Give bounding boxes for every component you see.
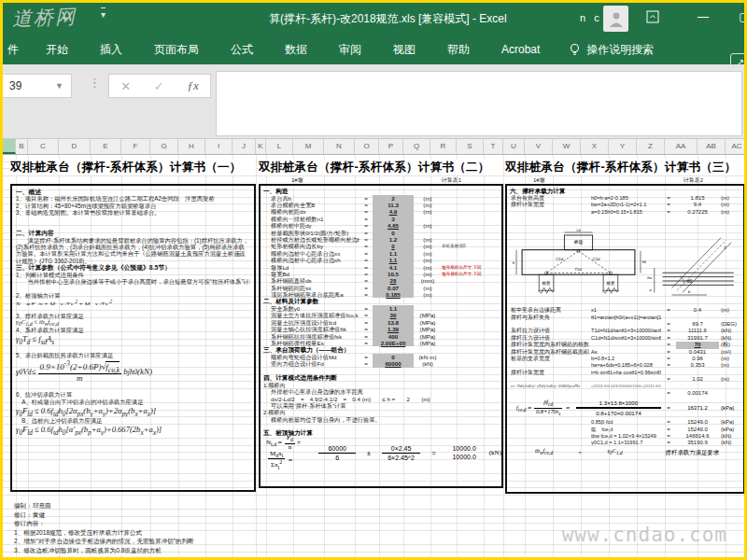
calc-line[interactable] — [16, 305, 250, 312]
column-header[interactable]: C — [28, 139, 59, 154]
column-header[interactable]: Q — [403, 139, 430, 154]
section-heading[interactable]: 三、承台顶荷载力（——组合） — [263, 346, 500, 354]
column-header[interactable]: Z — [637, 139, 665, 154]
column-header[interactable]: V — [525, 139, 553, 154]
calc-row[interactable]: 撑杆压力设计值C1d=N1d/sinθ1=3×10000/sin69.7°=31… — [507, 335, 743, 342]
calc-line[interactable]: 5、承台斜截面抗剪承载力计算应满足 — [16, 352, 250, 358]
insert-function-icon[interactable]: ƒx — [187, 78, 198, 93]
calc-line[interactable]: γ0Vd ≤ 0.9×10-3(2+0.6P)√fcu,km bjh0(kN) — [16, 359, 250, 385]
ribbon-tab-3[interactable]: 插入 — [84, 35, 138, 65]
row-value[interactable]: 0.0431 — [676, 349, 719, 356]
column-header[interactable]: P — [379, 139, 403, 154]
calc-row[interactable]: 取 fce,d=15249.0(kPa) — [507, 427, 743, 433]
user-initials[interactable]: n c — [580, 12, 602, 23]
column-header[interactable]: G — [150, 139, 178, 154]
param-row[interactable]: 横桥向桩中距dy=4.65(m) — [263, 222, 500, 229]
column-header[interactable]: N — [324, 139, 355, 154]
calc-line[interactable]: 6、抗冲切承载力计算 — [16, 391, 250, 398]
row-value[interactable]: 11111.6 — [676, 328, 719, 334]
param-row[interactable]: 顺桥向弯矩组合设计值Md=0(kN·m) — [263, 354, 500, 360]
calc-line[interactable]: 4、系杆承载力计算应满足 — [16, 327, 250, 333]
column-header[interactable]: B — [16, 139, 28, 154]
column-header[interactable] — [3, 139, 16, 154]
calc-line[interactable]: 3、基础构造见附图。本计算书按双排桩计算基础承台。 — [16, 209, 250, 216]
param-value[interactable]: 4.9 — [373, 208, 414, 215]
revision-note-line[interactable]: 4、根据2018规范，修改最小配筋率要求。 — [14, 555, 388, 560]
ribbon-tab-8[interactable]: 视图 — [377, 35, 431, 65]
column-header[interactable]: K — [256, 139, 266, 154]
column-header[interactable]: D — [59, 139, 91, 154]
column-header[interactable]: AC — [726, 139, 744, 154]
calc-table-label[interactable]: 计算表2 — [684, 176, 703, 184]
calc-line[interactable] — [16, 285, 250, 291]
column-header[interactable]: Y — [609, 139, 637, 154]
calc-line[interactable]: γ0Fld ≤ 0.6ftdh0[α′px(bp+ay)+0.667(2bx+a… — [16, 424, 250, 436]
row-value[interactable]: 69.7 — [676, 321, 719, 328]
param-value[interactable]: 3 — [373, 216, 414, 222]
param-value[interactable]: 1.1 — [373, 257, 414, 263]
calc-row[interactable]: 撑杆计算宽度内系杆钢筋截面积As=0.0431(m²) — [507, 349, 743, 356]
ribbon-tab-7[interactable]: 审阅 — [323, 35, 377, 65]
row-value[interactable]: 1.815 — [676, 195, 719, 202]
calc-row[interactable]: a=0.15h0=0.15×1.815=0.27225(m) — [507, 209, 743, 216]
param-row[interactable]: 混凝土立方体抗压强度标准值fcu,k=30(MPa) — [263, 312, 500, 318]
qat-customize-icon[interactable]: ▾ — [101, 7, 106, 21]
calc-line[interactable]: 2、桩顶轴力计算 — [16, 292, 250, 299]
calc-line[interactable]: 2、计算结构：45+80+45m连续梁预应力箱梁桥墩承台 — [16, 203, 250, 209]
calc-line[interactable]: 当外排桩中心至承台身边缘等于或小于承台高度时，承台短悬臂方可按“拉压杆体系”计算 — [16, 278, 250, 285]
formula-bar-separator[interactable]: ⋮ — [89, 76, 101, 90]
param-row[interactable]: 顶层系杆钢筋至承台底距离a=0.185(m) — [263, 291, 500, 298]
revision-note-line[interactable]: 1、根据2018规范，修改受压杆承载力计算公式 — [14, 528, 388, 538]
calc-line[interactable]: γ0Td ≤ fsdAs — [16, 333, 250, 345]
param-row[interactable]: 混凝土轴心抗拉强度标准值ftk=1.39(MPa) — [263, 326, 500, 332]
calc-line[interactable]: B、边桩向上冲切承载力应满足 — [16, 417, 250, 424]
column-header[interactable]: I — [205, 139, 233, 154]
revision-note-line[interactable]: 2、增加“对于承台边缘位于桩边缘内的情况，无需验算冲切”的判断 — [14, 537, 388, 546]
param-row[interactable]: 混凝土抗压强度设计值fcd=13.8(MPa) — [263, 319, 500, 326]
row-value[interactable]: 146614.6 — [676, 433, 719, 440]
calc-line[interactable]: A、柱或墩台向下冲切承台的冲切承载力应满足 — [16, 399, 250, 405]
column-header[interactable]: H — [178, 139, 205, 154]
row-value[interactable]: 0.353 — [676, 362, 719, 369]
calc-line[interactable] — [263, 423, 500, 429]
param-value[interactable]: 0.185 — [373, 291, 414, 298]
row-value[interactable]: 0.27225 — [676, 209, 719, 216]
param-value[interactable]: 2 — [373, 195, 414, 202]
calc-row[interactable]: 系杆拉力设计值T1d=N1d/tanθ1=3×10000/tan69.7°=11… — [507, 328, 743, 334]
column-header[interactable]: AA — [665, 139, 698, 154]
column-header[interactable]: O — [355, 139, 379, 154]
calc-row[interactable]: tbw·fce,d = 1.02×9.4×15249=146614.6(kN) — [507, 433, 743, 440]
row-value[interactable] — [676, 370, 719, 376]
sheet-title-1[interactable]: 双排桩承台（撑杆-系杆体系）计算书（一） — [10, 160, 256, 175]
param-value[interactable]: 0 — [373, 354, 414, 360]
calc-line[interactable]: 三、计算参数（公式中符号意义参见《公预规》8.5节） — [16, 264, 250, 271]
ribbon-tab-4[interactable]: 页面布局 — [138, 35, 215, 65]
calc-line[interactable] — [16, 345, 250, 352]
effective-strength-formula[interactable]: fce,d＝βfcd0.8+170εs＝ 1.3×13.8×1000 0.8+1… — [507, 397, 743, 419]
calc-row[interactable]: 撑杆计算宽度bw=2a+2D(n1-1)=2×1.1=9.4(m) — [507, 202, 743, 208]
avatar[interactable] — [603, 6, 628, 32]
param-row[interactable]: 墩厚Ld=4.1(m)墩身顺桥向尺寸,下同 — [263, 264, 500, 271]
param-row[interactable]: 安全系数γ0=1.1 — [263, 305, 500, 312]
name-box[interactable]: 39 ▼ — [0, 74, 72, 98]
row-value[interactable]: 35190.9 — [676, 440, 719, 446]
param-row[interactable]: 顺桥向边桩中心距承台边xx=1.1(m) — [263, 250, 500, 257]
column-header[interactable]: L — [266, 139, 293, 154]
calc-line[interactable] — [16, 217, 250, 223]
section-heading[interactable]: 六、撑杆承载力计算 — [510, 188, 743, 195]
column-header[interactable]: X — [581, 139, 609, 154]
param-value[interactable]: 4.65 — [373, 222, 414, 229]
param-row[interactable]: 系杆钢筋直径ds=28(mm) — [263, 277, 500, 284]
section-heading[interactable]: 四、计算模式适用条件判断 — [263, 374, 500, 382]
calc-line[interactable]: 3、撑杆承载力计算应满足 — [16, 313, 250, 319]
param-row[interactable]: 墩宽Bd=10.5(m)墩身横桥向尺寸,下同 — [263, 271, 500, 277]
param-value[interactable]: 0 — [373, 243, 414, 249]
pile-axial-force-formula[interactable]: Ni,d＝Fdn±MdxiΣxi2＝ 60000 6 ± 0×2.45 6×2.… — [261, 437, 501, 469]
section-heading[interactable]: 一、构造 — [263, 188, 500, 195]
sheet-title-2[interactable]: 双排桩承台（撑杆-系杆体系）计算书（二） — [259, 160, 503, 175]
calc-line[interactable]: Nid＝Fd/n ± Mxdyi/Σyi2 ± Mydxi/Σxi2 — [16, 299, 250, 305]
param-row[interactable]: 矩形桩横桥向边长by=0(m)非矩形桩填0 — [263, 243, 500, 249]
param-value[interactable]: 400 — [373, 333, 414, 340]
param-row[interactable]: 系杆钢筋间距sx=0.07(m) — [263, 285, 500, 291]
pier-label[interactable]: 1#墩 — [533, 176, 545, 184]
